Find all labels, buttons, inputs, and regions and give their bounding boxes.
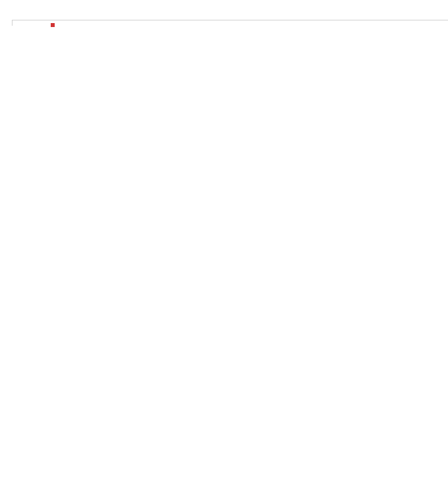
header	[0, 0, 448, 20]
code-editor[interactable]	[12, 20, 448, 26]
line-number-gutter	[13, 20, 45, 26]
highlight-box	[51, 23, 55, 27]
code-area[interactable]	[45, 20, 448, 26]
